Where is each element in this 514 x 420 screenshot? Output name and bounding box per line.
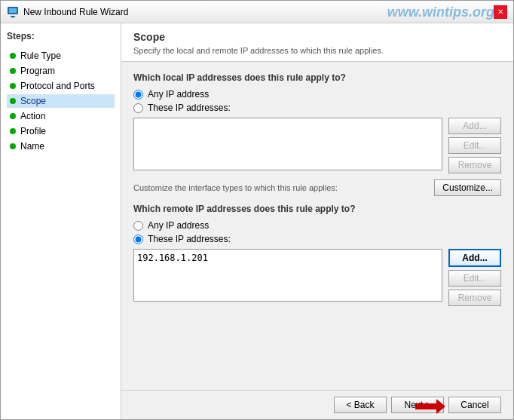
sidebar-item-ruletype[interactable]: Rule Type	[7, 49, 115, 63]
remote-add-button[interactable]: Add...	[448, 249, 501, 267]
window-title: New Inbound Rule Wizard	[23, 7, 128, 17]
local-ip-textarea[interactable]	[133, 118, 442, 170]
sidebar-label-program: Program	[20, 66, 55, 76]
dot-program	[10, 68, 16, 74]
close-button[interactable]: ✕	[494, 5, 507, 19]
main-content: Which local IP addresses does this rule …	[121, 62, 513, 390]
local-any-label: Any IP address	[148, 89, 209, 100]
remote-remove-button[interactable]: Remove	[448, 290, 501, 306]
cancel-button[interactable]: Cancel	[448, 397, 501, 413]
customize-row: Customize the interface types to which t…	[133, 179, 501, 196]
remote-any-radio[interactable]	[133, 221, 143, 231]
sidebar-item-scope[interactable]: Scope	[7, 94, 115, 108]
title-bar-left: New Inbound Rule Wizard	[7, 6, 128, 18]
remote-ip-box-row: 192.168.1.201 Add... Edit... Remove	[133, 249, 501, 306]
sidebar-item-profile[interactable]: Profile	[7, 124, 115, 138]
local-add-button[interactable]: Add...	[448, 118, 501, 134]
svg-marker-3	[415, 399, 445, 414]
remote-ip-question: Which remote IP addresses does this rule…	[133, 204, 501, 214]
remote-any-label: Any IP address	[148, 220, 209, 231]
remote-ip-textarea[interactable]: 192.168.1.201	[133, 249, 442, 302]
remote-side-buttons: Add... Edit... Remove	[448, 249, 501, 306]
local-these-row: These IP addresses:	[133, 103, 501, 113]
footer: < Back Next > Cancel	[121, 390, 513, 419]
dot-action	[10, 113, 16, 119]
local-these-label: These IP addresses:	[148, 103, 231, 113]
sidebar-item-name[interactable]: Name	[7, 139, 115, 153]
local-these-radio[interactable]	[133, 103, 143, 113]
local-ip-question: Which local IP addresses does this rule …	[133, 72, 501, 83]
dot-profile	[10, 128, 16, 134]
sidebar-item-protocolports[interactable]: Protocol and Ports	[7, 79, 115, 93]
remote-these-label: These IP addresses:	[148, 234, 231, 244]
page-header: Scope Specify the local and remote IP ad…	[121, 23, 513, 62]
local-ip-options: Any IP address These IP addresses:	[133, 89, 501, 113]
local-remove-button[interactable]: Remove	[448, 157, 501, 173]
sidebar-label-action: Action	[20, 111, 45, 121]
sidebar-label-scope: Scope	[20, 96, 46, 106]
sidebar-label-protocolports: Protocol and Ports	[20, 81, 95, 91]
sidebar-label-ruletype: Rule Type	[20, 51, 61, 61]
window-icon	[7, 6, 19, 18]
local-any-radio[interactable]	[133, 90, 143, 100]
local-any-row: Any IP address	[133, 89, 501, 100]
remote-edit-button[interactable]: Edit...	[448, 270, 501, 287]
remote-these-radio[interactable]	[133, 235, 143, 244]
watermark: www.wintips.org	[387, 5, 494, 20]
dot-name	[10, 143, 16, 149]
dot-scope	[10, 98, 16, 104]
sidebar-label-name: Name	[20, 141, 44, 152]
back-button[interactable]: < Back	[334, 397, 387, 413]
local-ip-box-row: Add... Edit... Remove	[133, 118, 501, 173]
remote-ip-options: Any IP address These IP addresses:	[133, 220, 501, 244]
remote-any-row: Any IP address	[133, 220, 501, 231]
page-subtitle: Specify the local and remote IP addresse…	[133, 46, 501, 55]
local-edit-button[interactable]: Edit...	[448, 137, 501, 154]
local-side-buttons: Add... Edit... Remove	[448, 118, 501, 173]
svg-rect-1	[9, 8, 17, 13]
sidebar-item-program[interactable]: Program	[7, 64, 115, 78]
dot-protocolports	[10, 83, 16, 89]
customize-label: Customize the interface types to which t…	[133, 183, 338, 192]
title-bar: New Inbound Rule Wizard www.wintips.org …	[1, 1, 513, 23]
sidebar-item-action[interactable]: Action	[7, 109, 115, 123]
page-title: Scope	[133, 31, 501, 43]
svg-marker-2	[10, 16, 16, 18]
sidebar-label-profile: Profile	[20, 126, 46, 136]
arrow-indicator	[415, 399, 445, 416]
remote-these-row: These IP addresses:	[133, 234, 501, 244]
window: New Inbound Rule Wizard www.wintips.org …	[0, 0, 514, 420]
sidebar: Steps: Rule Type Program Protocol and Po…	[1, 23, 121, 419]
dot-ruletype	[10, 53, 16, 59]
main-panel: Scope Specify the local and remote IP ad…	[121, 23, 513, 419]
steps-label: Steps:	[7, 31, 115, 41]
content-area: Steps: Rule Type Program Protocol and Po…	[1, 23, 513, 419]
customize-button[interactable]: Customize...	[434, 179, 501, 196]
